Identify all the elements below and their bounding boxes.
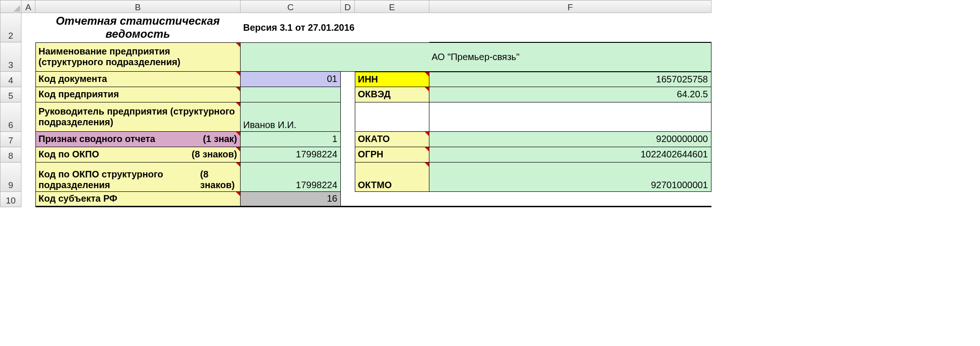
spreadsheet-grid[interactable]: A B C D E F 2 Отчетная статистическая ве… [0, 0, 711, 207]
value-summary-flag[interactable]: 1 [241, 132, 341, 147]
col-header-A[interactable]: A [21, 0, 35, 13]
label-oktmo[interactable]: ОКТМО [355, 163, 429, 192]
label-inn[interactable]: ИНН [355, 72, 429, 87]
col-header-D[interactable]: D [341, 0, 355, 13]
row-header-8[interactable]: 8 [0, 147, 21, 163]
label-ogrn[interactable]: ОГРН [355, 147, 429, 163]
label-okpo-sub[interactable]: Код по ОКПО структурного подразделения (… [35, 163, 241, 192]
row-header-6[interactable]: 6 [0, 102, 21, 132]
row-header-9[interactable]: 9 [0, 163, 21, 192]
value-enterprise-name[interactable]: АО "Премьер-связь" [241, 42, 711, 72]
cell-F6[interactable] [429, 102, 711, 132]
cell-version[interactable]: Версия 3.1 от 27.01.2016 [241, 13, 429, 42]
value-okved[interactable]: 64.20.5 [429, 87, 711, 102]
row-header-7[interactable]: 7 [0, 132, 21, 147]
row-header-3[interactable]: 3 [0, 42, 21, 72]
row-header-10[interactable]: 10 [0, 192, 21, 207]
select-all-icon [14, 5, 20, 12]
value-okato[interactable]: 9200000000 [429, 132, 711, 147]
label-okato[interactable]: ОКАТО [355, 132, 429, 147]
value-oktmo[interactable]: 92701000001 [429, 163, 711, 192]
col-header-C[interactable]: C [241, 0, 341, 13]
value-ent-code[interactable] [241, 87, 341, 102]
value-okpo-sub[interactable]: 17998224 [241, 163, 341, 192]
label-okpo[interactable]: Код по ОКПО (8 знаков) [35, 147, 241, 163]
col-header-E[interactable]: E [355, 0, 429, 13]
row-header-5[interactable]: 5 [0, 87, 21, 102]
cell-E6[interactable] [355, 102, 429, 132]
label-head[interactable]: Руководитель предприятия (структурного п… [35, 102, 241, 132]
label-subject-rf[interactable]: Код субъекта РФ [35, 192, 241, 207]
label-doc-code[interactable]: Код документа [35, 72, 241, 87]
col-header-F[interactable]: F [429, 0, 711, 13]
value-ogrn[interactable]: 1022402644601 [429, 147, 711, 163]
version-text: Версия 3.1 от 27.01.2016 [241, 13, 429, 42]
value-head[interactable]: Иванов И.И. [241, 102, 341, 132]
value-doc-code[interactable]: 01 [241, 72, 341, 87]
cell-title[interactable]: Отчетная статистическая ведомость [35, 13, 241, 42]
title-text: Отчетная статистическая ведомость [35, 13, 241, 42]
row-header-4[interactable]: 4 [0, 72, 21, 87]
label-enterprise-name[interactable]: Наименование предприятия (структурного п… [35, 42, 241, 72]
row-header-2[interactable]: 2 [0, 13, 21, 42]
label-summary-flag[interactable]: Признак сводного отчета (1 знак) [35, 132, 241, 147]
select-all-corner[interactable] [0, 0, 21, 13]
label-okved[interactable]: ОКВЭД [355, 87, 429, 102]
value-subject-rf[interactable]: 16 [241, 192, 341, 207]
col-header-B[interactable]: B [35, 0, 241, 13]
label-ent-code[interactable]: Код предприятия [35, 87, 241, 102]
value-inn[interactable]: 1657025758 [429, 72, 711, 87]
value-okpo[interactable]: 17998224 [241, 147, 341, 163]
